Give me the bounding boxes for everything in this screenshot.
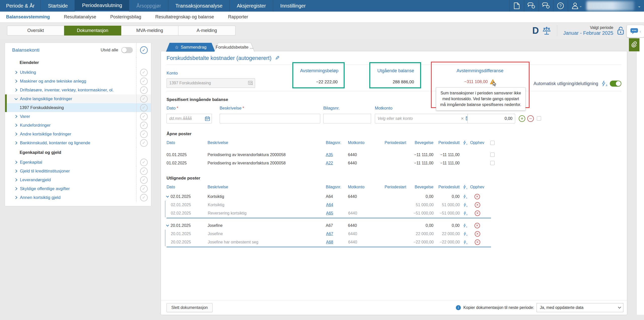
sidebar-item-bankinnskudd[interactable]: Bankinnskudd, kontanter og lignende✓ — [5, 138, 151, 147]
opphev-button[interactable]: ✕ — [475, 210, 480, 216]
item-check[interactable]: ✓ — [140, 176, 148, 184]
opphev-button[interactable]: ✕ — [474, 223, 480, 228]
row-checkbox[interactable] — [490, 161, 495, 165]
chat-bubbles-icon[interactable] — [524, 0, 539, 12]
mouse-cursor — [493, 82, 497, 87]
sidebar-item-gjeld-kreditt[interactable]: Gjeld til kredittinstitusjoner✓ — [5, 167, 151, 175]
item-check[interactable]: ✓ — [140, 69, 148, 76]
edit-title-icon[interactable]: ✎ — [275, 55, 279, 61]
item-check[interactable]: ✓ — [140, 122, 148, 129]
apne-poster-heading: Åpne poster — [167, 131, 621, 136]
tab-balanseavstemming[interactable]: Balanseavstemming — [4, 14, 57, 20]
calendar-icon[interactable] — [205, 116, 210, 121]
nav-periode-ar[interactable]: Periode & År — [0, 0, 41, 12]
nav-periodeavslutning[interactable]: Periodeavslutning — [75, 0, 129, 12]
document-icon[interactable] — [509, 0, 524, 12]
sidebar-item-leverandorgjeld[interactable]: Leverandørgjeld✓ — [5, 175, 151, 184]
segment-a-melding[interactable]: A-melding — [178, 26, 235, 35]
tab-resultatanalyse[interactable]: Resultatanalyse — [57, 14, 103, 20]
utlignet-parent-row[interactable]: 02.01.2025 Kortsiktig A64 6440 0,00 0,00… — [167, 192, 621, 201]
copy-next-period-select[interactable]: Ja, med oppdaterte data — [537, 303, 623, 312]
remove-row-button[interactable]: − — [527, 115, 534, 122]
sidebar-item-maskiner[interactable]: Maskiner og andre tekniske anlegg✓ — [5, 77, 151, 86]
tab-forskuddsbetalte[interactable]: Forskuddsbetalte ... — [214, 43, 255, 52]
utlignet-child-row: 02.01.2025 Kortsiktig A64 51 000,00 51 0… — [167, 201, 621, 209]
sidebar-item-andre-kortsiktige[interactable]: Andre kortsiktige fordringer✓ — [5, 130, 151, 138]
item-check[interactable]: ✓ — [140, 104, 148, 112]
expand-all-toggle[interactable] — [121, 47, 133, 53]
nav-innstillinger[interactable]: Innstillinger — [273, 0, 313, 12]
row-checkbox[interactable] — [490, 153, 495, 157]
item-check[interactable]: ✓ — [140, 159, 148, 166]
chevron-right-icon — [14, 187, 17, 190]
delete-documentation-button[interactable]: Slett dokumentasjon — [167, 303, 213, 312]
item-check[interactable]: ✓ — [140, 113, 148, 120]
opphev-button[interactable]: ✕ — [474, 194, 480, 199]
chevron-right-icon — [14, 161, 17, 164]
svg-text:?: ? — [559, 4, 562, 8]
help-icon[interactable]: ? — [553, 0, 568, 12]
bilagsnr-label: Bilagsnr. — [323, 106, 340, 111]
tab-resultatregnskap[interactable]: Resultatregnskap og balanse — [148, 14, 221, 20]
sidebar-item-annen-kortsiktig[interactable]: Annen kortsiktig gjeld✓ — [5, 193, 151, 202]
row-checkbox[interactable] — [537, 116, 541, 121]
item-check[interactable]: ✓ — [140, 167, 148, 175]
nav-transaksjonsanalyse[interactable]: Transaksjonsanalyse — [168, 0, 229, 12]
sidebar-item-egenkapital[interactable]: Egenkapital✓ — [5, 158, 151, 167]
bilag-link[interactable]: A64 — [326, 203, 333, 207]
bilag-link[interactable]: A68 — [326, 240, 333, 244]
d-logo-icon[interactable]: D — [532, 26, 539, 35]
nav-startside[interactable]: Startside — [41, 0, 75, 12]
chevron-down-icon: ⌄ — [579, 4, 582, 8]
sidebar-item-skyldige-avgifter[interactable]: Skyldige offentlige avgifter✓ — [5, 184, 151, 193]
sidebar-item-driftslosore[interactable]: Driftsløsøre, inventar, verktøy, kontorm… — [5, 86, 151, 94]
selected-period[interactable]: Valgt periode Januar - Februar 2025 — [563, 25, 613, 36]
sidebar-item-varer[interactable]: Varer✓ — [5, 112, 151, 121]
segment-mva-melding[interactable]: MVA-melding — [121, 26, 178, 35]
all-approved-check[interactable]: ✓ — [140, 46, 148, 54]
item-check[interactable]: ✓ — [140, 86, 148, 94]
unlock-icon[interactable] — [617, 26, 624, 35]
utlignede-poster-header: Dato Beskrivelse Bilagsnr. Motkonto Peri… — [167, 183, 621, 191]
attachments-button[interactable] — [629, 38, 639, 51]
periodestart-input[interactable] — [467, 114, 515, 123]
sidebar-item-utvikling[interactable]: Utvikling✓ — [5, 68, 151, 77]
chevron-down-icon[interactable]: ⌄ — [635, 0, 644, 12]
add-row-button[interactable]: + — [519, 115, 525, 122]
tab-sammendrag[interactable]: ☆Sammendrag — [166, 43, 215, 52]
segment-oversikt[interactable]: Oversikt — [7, 26, 64, 35]
bilag-link[interactable]: A35 — [326, 153, 333, 157]
motkonto-input[interactable] — [375, 114, 473, 123]
utlignet-parent-row[interactable]: 20.01.2025 Josefine A67 6440 0,00 0,00 A… — [167, 221, 621, 230]
sidebar-item-andre-langsiktige[interactable]: Andre langsiktige fordringer✓ — [5, 94, 151, 103]
bilag-link[interactable]: A67 — [326, 232, 333, 236]
feedback-chat-button[interactable]: ‹ — [627, 25, 644, 37]
balance-scale-icon[interactable] — [542, 26, 551, 35]
konto-input[interactable] — [167, 78, 255, 88]
bilagsnr-input[interactable] — [323, 114, 371, 123]
item-check[interactable]: ✓ — [140, 185, 148, 193]
tab-rapporter[interactable]: Rapporter — [221, 14, 255, 20]
auto-utligning-toggle[interactable] — [610, 81, 621, 87]
nav-aksjeregister[interactable]: Aksjeregister — [229, 0, 273, 12]
sidebar-item-1397-forskuddsleasing[interactable]: 1397 Forskuddsleasing✓ — [5, 103, 151, 112]
clear-icon[interactable]: ✕ — [461, 116, 464, 121]
segment-dokumentasjon[interactable]: Dokumentasjon — [64, 26, 121, 35]
svg-text:A: A — [466, 234, 467, 236]
beskrivelse-input[interactable] — [220, 114, 320, 123]
bilag-link[interactable]: A65 — [326, 211, 333, 215]
sidebar-item-kundefordringer[interactable]: Kundefordringer✓ — [5, 121, 151, 130]
item-check[interactable]: ✓ — [140, 194, 148, 201]
select-all-checkbox[interactable] — [490, 141, 495, 145]
item-check[interactable]: ✓ — [140, 78, 148, 85]
opphev-button[interactable]: ✕ — [475, 239, 480, 245]
item-check[interactable]: ✓ — [140, 130, 148, 138]
user-menu[interactable]: ⌄ — [568, 0, 586, 12]
item-check[interactable]: ✓ — [140, 95, 148, 103]
bilag-link[interactable]: A22 — [326, 161, 333, 165]
opphev-button[interactable]: ✕ — [475, 202, 480, 208]
item-check[interactable]: ✓ — [140, 139, 148, 147]
opphev-button[interactable]: ✕ — [475, 231, 480, 237]
tab-posteringsbilag[interactable]: Posteringsbilag — [103, 14, 148, 20]
chat-bubbles-icon-2[interactable] — [539, 0, 553, 12]
